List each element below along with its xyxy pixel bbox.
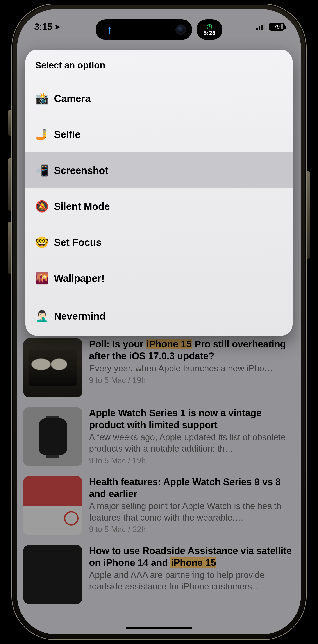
- device-frame: Poll: Is your iPhone 15 Pro still overhe…: [12, 4, 306, 640]
- option-emoji-icon: 🌇: [35, 272, 48, 285]
- option-label: Nevermind: [54, 310, 106, 322]
- dynamic-island[interactable]: ↑: [96, 19, 192, 40]
- option-emoji-icon: 📲: [35, 164, 48, 177]
- option-label: Set Focus: [54, 236, 102, 248]
- sheet-option-wallpaper[interactable]: 🌇Wallpaper!: [26, 260, 292, 296]
- sheet-option-silent-mode[interactable]: 🔕Silent Mode: [26, 188, 292, 224]
- sheet-option-selfie[interactable]: 🤳Selfie: [26, 116, 292, 152]
- battery-percent: 79: [274, 24, 280, 30]
- option-label: Screenshot: [54, 164, 108, 176]
- status-time: 3:15: [34, 22, 52, 32]
- battery-indicator: 79: [269, 23, 285, 31]
- sheet-option-set-focus[interactable]: 🤓Set Focus: [26, 224, 292, 260]
- option-emoji-icon: 🔕: [35, 200, 48, 213]
- sheet-option-camera[interactable]: 📸Camera: [26, 80, 292, 116]
- front-camera-icon: [177, 26, 185, 34]
- action-sheet-title: Select an option: [26, 50, 292, 80]
- dynamic-island-area: ↑ ◷ 5:28: [96, 19, 222, 40]
- action-sheet: Select an option 📸Camera🤳Selfie📲Screensh…: [26, 50, 292, 336]
- option-label: Wallpaper!: [54, 272, 104, 284]
- volume-up-button[interactable]: [8, 158, 12, 210]
- volume-down-button[interactable]: [8, 222, 12, 274]
- mute-switch[interactable]: [8, 110, 12, 136]
- option-label: Camera: [54, 92, 90, 104]
- option-emoji-icon: 🤳: [35, 128, 48, 141]
- sheet-option-screenshot[interactable]: 📲Screenshot: [26, 152, 292, 188]
- side-button[interactable]: [306, 171, 310, 259]
- home-indicator[interactable]: [126, 627, 192, 629]
- live-activity-time: 5:28: [203, 30, 216, 36]
- option-emoji-icon: 🤓: [35, 236, 48, 249]
- screen: Poll: Is your iPhone 15 Pro still overhe…: [17, 9, 301, 634]
- cell-signal-icon: [256, 24, 265, 30]
- upload-arrow-icon: ↑: [106, 23, 112, 36]
- timer-ring-icon: ◷: [206, 23, 212, 30]
- location-icon: ➤: [54, 22, 60, 31]
- live-activity-timer[interactable]: ◷ 5:28: [196, 19, 222, 40]
- option-emoji-icon: 🤦🏻‍♂️: [35, 310, 48, 322]
- option-emoji-icon: 📸: [35, 92, 48, 105]
- option-label: Silent Mode: [54, 200, 110, 212]
- option-label: Selfie: [54, 128, 80, 140]
- sheet-option-nevermind[interactable]: 🤦🏻‍♂️Nevermind: [26, 296, 292, 336]
